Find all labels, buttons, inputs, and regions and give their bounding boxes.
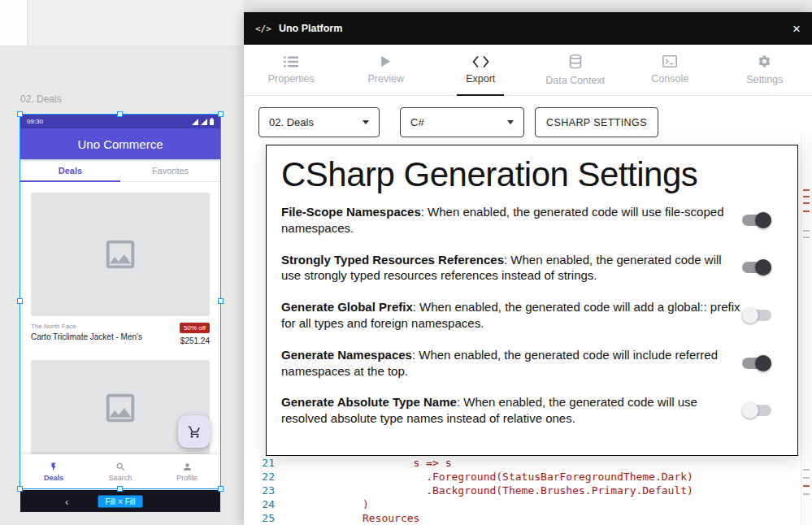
- tab-deals[interactable]: Deals: [20, 159, 120, 181]
- line-number: 21: [244, 456, 286, 470]
- tab-settings-label: Settings: [746, 74, 783, 85]
- frame-label[interactable]: 02. Deals: [20, 93, 62, 105]
- minimap-mark: [803, 230, 810, 232]
- toggle-file-scope-namespaces[interactable]: [742, 215, 771, 226]
- code-text: s => s: [286, 456, 452, 470]
- minimap-mark: [803, 202, 810, 204]
- setting-text: Generate Absolute Type Name: When enable…: [281, 394, 742, 427]
- tab-console[interactable]: Console: [623, 45, 718, 95]
- toggle-thumb: [755, 259, 771, 276]
- setting-row: Generate Global Prefix: When enabled, th…: [281, 299, 783, 332]
- chevron-down-icon: [507, 120, 514, 124]
- code-editor[interactable]: 21 s => s 22 .Foreground(StatusBarForegr…: [244, 456, 801, 525]
- nav-deals-label: Deals: [44, 474, 63, 482]
- play-icon: [380, 55, 391, 67]
- tab-console-label: Console: [651, 73, 688, 85]
- tab-properties-label: Properties: [268, 73, 315, 85]
- page-select-value: 02. Deals: [269, 116, 314, 128]
- panel-title: Uno Platform: [279, 23, 342, 34]
- setting-text: Generate Namespaces: When enabled, the g…: [281, 347, 742, 380]
- product-brand: The North Face: [31, 323, 142, 330]
- setting-text: Strongly Typed Resources References: Whe…: [281, 252, 742, 284]
- status-icons: [192, 118, 214, 125]
- setting-row: File-Scope Namespaces: When enabled, the…: [281, 204, 783, 236]
- page-select[interactable]: 02. Deals: [258, 107, 380, 137]
- product-price-block: 50% off $251.24: [180, 323, 210, 345]
- cart-icon: [188, 425, 202, 439]
- code-line: 22 .Foreground(StatusBarForegroundTheme.…: [244, 470, 801, 484]
- image-icon: [102, 236, 139, 273]
- phone-bottom-nav: Deals Search Profile: [20, 454, 220, 488]
- wifi-icon: [201, 119, 207, 125]
- setting-text: Generate Global Prefix: When enabled, th…: [281, 299, 742, 332]
- phone-frame[interactable]: 09:30 Uno Commerce Deals Favorites The N…: [20, 115, 220, 488]
- setting-text: File-Scope Namespaces: When enabled, the…: [281, 204, 742, 236]
- tab-favorites[interactable]: Favorites: [120, 159, 220, 181]
- code-line: 24 ): [244, 497, 801, 511]
- canvas-corner-panel: [0, 0, 28, 46]
- product-info-row: The North Face Carto Triclimate Jacket -…: [20, 316, 220, 350]
- tab-export[interactable]: Export: [433, 45, 528, 95]
- code-line: 23 .Background(Theme.Brushes.Primary.Def…: [244, 484, 801, 497]
- selection-handle[interactable]: [117, 111, 123, 117]
- toggle-generate-absolute-type-name[interactable]: [742, 405, 771, 416]
- selection-handle[interactable]: [218, 111, 224, 117]
- setting-row: Generate Absolute Type Name: When enable…: [281, 394, 783, 427]
- code-text: Resources: [286, 511, 419, 525]
- bolt-icon: [49, 462, 59, 472]
- device-toolbar: ‹ Fill × Fill: [20, 490, 220, 512]
- minimap-mark: [803, 189, 810, 191]
- code-text: ): [286, 497, 369, 511]
- language-select-value: C#: [410, 116, 424, 128]
- tab-preview[interactable]: Preview: [339, 45, 434, 95]
- image-icon: [102, 389, 139, 427]
- code-line: 21 s => s: [244, 456, 801, 470]
- collapse-chevron-icon[interactable]: ‹: [65, 495, 68, 507]
- selection-handle[interactable]: [17, 486, 23, 492]
- line-number: 23: [244, 484, 286, 497]
- close-button[interactable]: ×: [792, 22, 801, 36]
- nav-profile[interactable]: Profile: [154, 454, 220, 488]
- nav-profile-label: Profile: [176, 474, 198, 482]
- app-title: Uno Commerce: [77, 137, 163, 151]
- toggle-thumb: [755, 212, 771, 228]
- tab-properties[interactable]: Properties: [244, 45, 339, 95]
- battery-icon: [210, 118, 214, 125]
- selection-handle[interactable]: [17, 111, 23, 117]
- csharp-settings-button[interactable]: CSHARP SETTINGS: [535, 107, 658, 137]
- minimap-scrollbar[interactable]: [801, 132, 812, 525]
- nav-search[interactable]: Search: [87, 454, 154, 488]
- list-icon: [284, 56, 298, 67]
- product-text: The North Face Carto Triclimate Jacket -…: [31, 323, 142, 341]
- setting-row: Strongly Typed Resources References: Whe…: [281, 252, 783, 284]
- code-line: 25 Resources: [244, 511, 801, 525]
- language-select[interactable]: C#: [400, 107, 524, 137]
- product-price: $251.24: [180, 336, 210, 345]
- cart-fab[interactable]: [178, 415, 211, 448]
- minimap-mark: [803, 493, 810, 495]
- product-image-placeholder[interactable]: [31, 193, 210, 316]
- tab-settings[interactable]: Settings: [718, 45, 812, 95]
- code-brackets-icon: [472, 56, 489, 67]
- panel-tab-bar: Properties Preview Export Data Context C…: [244, 45, 812, 96]
- signal-icon: [192, 119, 198, 125]
- selection-handle[interactable]: [218, 298, 224, 304]
- fill-badge[interactable]: Fill × Fill: [98, 495, 143, 507]
- setting-name: Generate Global Prefix: [281, 300, 413, 314]
- toggle-generate-global-prefix[interactable]: [742, 310, 771, 321]
- toggle-strongly-typed-resources[interactable]: [742, 262, 771, 273]
- code-text: .Foreground(StatusBarForegroundTheme.Dar…: [286, 470, 693, 484]
- selection-handle[interactable]: [17, 298, 23, 304]
- code-icon: </>: [255, 24, 271, 34]
- line-number: 24: [244, 497, 286, 511]
- toggle-generate-namespaces[interactable]: [742, 358, 771, 369]
- setting-name: Strongly Typed Resources References: [281, 253, 504, 267]
- line-number: 22: [244, 470, 286, 484]
- minimap-mark: [803, 210, 810, 212]
- selection-handle[interactable]: [218, 486, 224, 492]
- nav-deals[interactable]: Deals: [20, 454, 87, 488]
- search-icon: [115, 462, 126, 472]
- selection-handle[interactable]: [117, 486, 123, 492]
- canvas-top-band: [28, 0, 244, 46]
- tab-data-context[interactable]: Data Context: [528, 45, 623, 95]
